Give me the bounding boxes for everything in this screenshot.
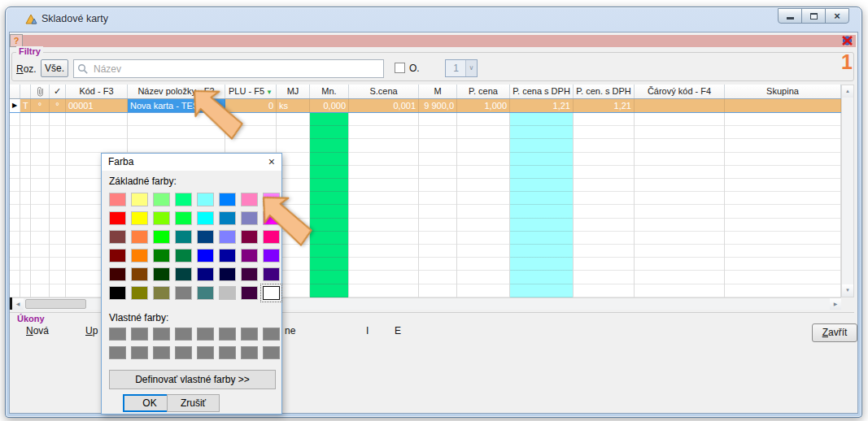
action-e-link[interactable]: E <box>395 325 401 336</box>
basic-color-swatch[interactable] <box>153 211 170 225</box>
grid-cell[interactable]: 1,000 <box>457 99 510 112</box>
grid-cell[interactable]: ° <box>31 99 50 112</box>
titlebar[interactable]: Skladové karty × <box>6 7 861 32</box>
basic-color-swatch[interactable] <box>219 230 236 244</box>
custom-color-swatch[interactable] <box>219 328 236 341</box>
basic-color-swatch[interactable] <box>175 267 192 281</box>
cancel-button[interactable]: Zrušiť <box>167 394 220 412</box>
basic-color-swatch[interactable] <box>219 267 236 281</box>
column-header[interactable]: P. cen. s DPH <box>574 85 635 98</box>
basic-color-swatch[interactable] <box>131 211 148 225</box>
basic-color-swatch[interactable] <box>175 230 192 244</box>
basic-color-swatch[interactable] <box>219 286 236 300</box>
vertical-scrollbar[interactable]: ▲ ▼ <box>841 85 854 297</box>
search-input[interactable] <box>92 62 369 76</box>
action-label-partial[interactable]: ne <box>285 325 295 336</box>
grid-cell[interactable]: 1,21 <box>574 99 635 112</box>
maximize-button[interactable] <box>801 8 826 24</box>
custom-color-swatch[interactable] <box>109 346 126 359</box>
custom-color-swatch[interactable] <box>263 328 280 341</box>
custom-color-swatch[interactable] <box>109 328 126 341</box>
basic-color-swatch[interactable] <box>131 193 148 206</box>
basic-color-swatch[interactable] <box>219 211 236 225</box>
basic-color-swatch[interactable] <box>131 249 148 263</box>
basic-color-swatch[interactable] <box>175 193 192 206</box>
custom-color-swatch[interactable] <box>175 328 192 341</box>
chevron-down-icon[interactable]: ∨ <box>465 60 477 76</box>
column-header[interactable]: Skupina <box>725 85 841 98</box>
basic-color-swatch[interactable] <box>175 286 192 300</box>
grid-cell[interactable]: ks <box>277 99 310 112</box>
close-button[interactable]: × <box>825 8 849 24</box>
row-indicator[interactable]: ▶ <box>10 99 20 112</box>
basic-color-swatch[interactable] <box>131 230 148 244</box>
custom-color-swatch[interactable] <box>241 346 258 359</box>
custom-color-swatch[interactable] <box>131 328 148 341</box>
custom-color-swatch[interactable] <box>153 328 170 341</box>
custom-color-swatch[interactable] <box>263 346 280 359</box>
o-checkbox-label[interactable]: O. <box>409 63 420 74</box>
grid-cell[interactable]: 00001 <box>66 99 128 112</box>
basic-color-swatch[interactable] <box>153 249 170 263</box>
basic-color-swatch[interactable] <box>109 286 126 300</box>
basic-color-swatch[interactable] <box>263 267 280 281</box>
column-header[interactable]: Čárový kód - F4 <box>635 85 725 98</box>
close-window-button[interactable]: Zavřít <box>812 323 857 342</box>
basic-color-swatch[interactable] <box>197 286 214 300</box>
basic-color-swatch[interactable] <box>263 249 280 263</box>
grid-cell[interactable]: 0,000 <box>310 99 349 112</box>
custom-color-swatch[interactable] <box>197 328 214 341</box>
basic-color-swatch[interactable] <box>153 230 170 244</box>
action-i-link[interactable]: I <box>366 325 369 336</box>
basic-color-swatch[interactable] <box>219 193 236 206</box>
custom-color-swatch[interactable] <box>197 346 214 359</box>
basic-color-swatch[interactable] <box>109 249 126 263</box>
column-header[interactable]: ✓ <box>50 85 66 98</box>
basic-color-swatch[interactable] <box>153 286 170 300</box>
scroll-up-button[interactable]: ▲ <box>842 85 853 98</box>
all-filter-button[interactable]: Vše. <box>41 59 68 77</box>
basic-color-swatch[interactable] <box>197 267 214 281</box>
basic-color-swatch[interactable] <box>219 249 236 263</box>
custom-color-swatch[interactable] <box>175 346 192 359</box>
o-checkbox[interactable] <box>395 63 405 73</box>
grid-cell[interactable]: T <box>20 99 31 112</box>
grid-cell[interactable]: ° <box>50 99 66 112</box>
basic-color-swatch[interactable] <box>109 211 126 225</box>
grid-cell[interactable]: 9 900,0 <box>419 99 457 112</box>
basic-color-swatch[interactable] <box>153 193 170 206</box>
column-header[interactable] <box>20 85 31 98</box>
scroll-down-button[interactable]: ▼ <box>842 284 853 297</box>
basic-color-swatch[interactable] <box>175 249 192 263</box>
color-dialog-titlebar[interactable]: Farba × <box>102 154 281 171</box>
basic-color-swatch[interactable] <box>175 211 192 225</box>
basic-color-swatch[interactable] <box>197 249 214 263</box>
column-header[interactable] <box>31 85 50 98</box>
basic-color-swatch[interactable] <box>131 267 148 281</box>
basic-color-swatch[interactable] <box>109 267 126 281</box>
basic-color-swatch[interactable] <box>109 230 126 244</box>
basic-color-swatch[interactable] <box>197 211 214 225</box>
basic-color-swatch[interactable] <box>109 193 126 206</box>
basic-color-swatch[interactable] <box>241 267 258 281</box>
grid-cell[interactable] <box>725 99 841 112</box>
column-header[interactable] <box>10 85 20 98</box>
basic-color-swatch[interactable] <box>241 286 258 300</box>
basic-color-swatch[interactable] <box>197 230 214 244</box>
column-header[interactable]: P. cena <box>457 85 510 98</box>
grid-cell[interactable]: 0,001 <box>349 99 419 112</box>
minimize-button[interactable] <box>778 8 802 24</box>
column-header[interactable]: Mn. <box>310 85 349 98</box>
scrollbar-thumb[interactable] <box>25 299 86 309</box>
edit-card-link[interactable]: Up <box>85 325 98 336</box>
basic-color-swatch[interactable] <box>153 267 170 281</box>
custom-color-swatch[interactable] <box>131 346 148 359</box>
column-header[interactable]: P. cena s DPH <box>510 85 574 98</box>
expand-filters-link[interactable]: Roz. <box>16 63 37 75</box>
column-header[interactable]: Kód - F3 <box>66 85 128 98</box>
new-card-link[interactable]: Nová <box>26 325 49 336</box>
scroll-left-button[interactable]: ◀ <box>12 298 24 310</box>
table-row[interactable]: ▶T°°00001Nova karta - TEST0ks0,0000,0019… <box>10 99 841 113</box>
cancel-filter-icon[interactable] <box>841 35 853 46</box>
basic-color-swatch[interactable] <box>131 286 148 300</box>
